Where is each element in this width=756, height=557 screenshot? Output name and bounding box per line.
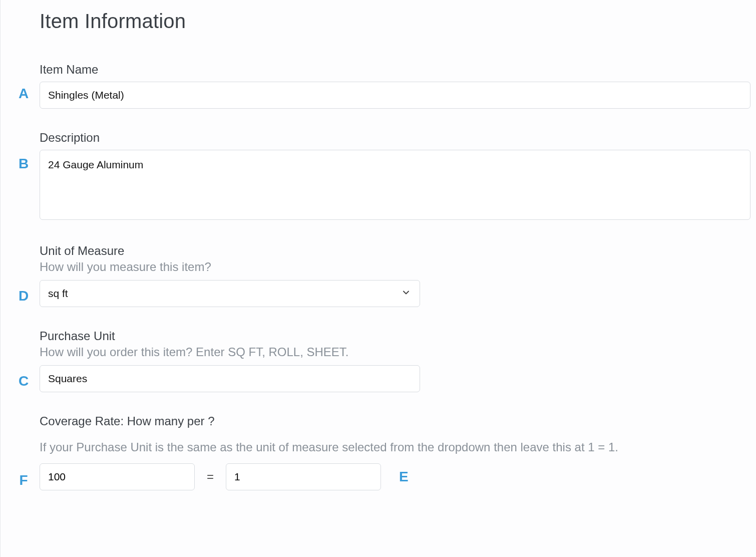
coverage-rate-field: Coverage Rate: How many per ? If your Pu…	[40, 414, 756, 490]
badge-d: D	[14, 288, 34, 304]
item-name-label: Item Name	[40, 63, 756, 77]
unit-of-measure-field: Unit of Measure How will you measure thi…	[40, 244, 756, 307]
purchase-unit-input[interactable]	[40, 365, 420, 392]
badge-e: E	[399, 469, 409, 485]
description-input[interactable]	[40, 150, 750, 220]
coverage-rate-label: Coverage Rate: How many per ?	[40, 414, 756, 428]
unit-of-measure-label: Unit of Measure	[40, 244, 756, 258]
badge-a: A	[14, 86, 34, 102]
badge-c: C	[14, 373, 34, 389]
coverage-rate-help: If your Purchase Unit is the same as the…	[40, 440, 756, 454]
unit-of-measure-help: How will you measure this item?	[40, 260, 756, 274]
purchase-unit-label: Purchase Unit	[40, 329, 756, 343]
equals-sign: =	[207, 470, 214, 484]
coverage-left-input[interactable]	[40, 463, 195, 490]
badge-b: B	[14, 156, 34, 172]
purchase-unit-help: How will you order this item? Enter SQ F…	[40, 345, 756, 359]
unit-of-measure-select-wrap	[40, 280, 420, 307]
purchase-unit-field: Purchase Unit How will you order this it…	[40, 329, 756, 392]
description-label: Description	[40, 131, 756, 145]
item-name-field: Item Name A	[40, 63, 756, 109]
description-field: Description B	[40, 131, 756, 222]
badge-f: F	[14, 472, 34, 488]
coverage-rate-row: = E	[40, 463, 756, 490]
coverage-right-input[interactable]	[226, 463, 381, 490]
item-name-input[interactable]	[40, 82, 750, 109]
page-title: Item Information	[40, 10, 756, 33]
unit-of-measure-select[interactable]	[40, 280, 420, 307]
